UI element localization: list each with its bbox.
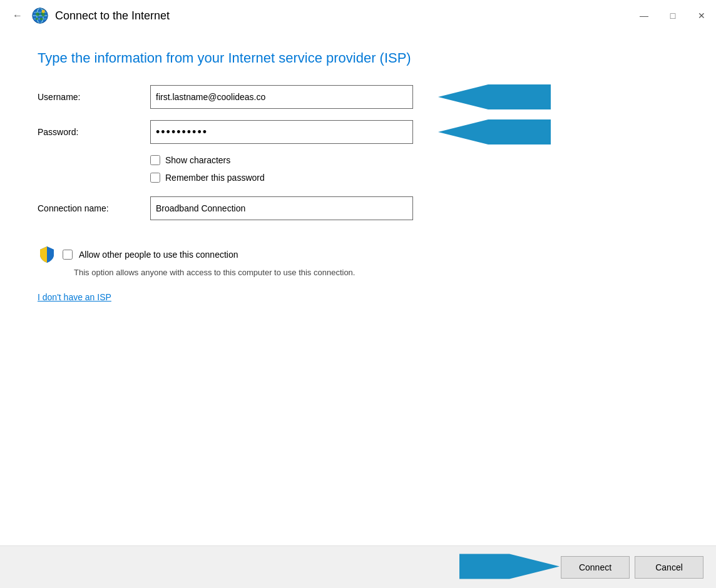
no-isp-link[interactable]: I don't have an ISP [38, 292, 111, 302]
allow-row: Allow other people to use this connectio… [38, 245, 678, 264]
allow-others-label: Allow other people to use this connectio… [79, 250, 238, 260]
cancel-button[interactable]: Cancel [635, 556, 703, 579]
show-characters-label: Show characters [165, 155, 230, 165]
username-input[interactable] [150, 85, 413, 109]
password-arrow [438, 116, 551, 148]
title-bar-controls: — □ ✕ [630, 0, 716, 31]
allow-others-checkbox[interactable] [63, 250, 73, 260]
show-characters-row: Show characters [150, 155, 678, 165]
close-button[interactable]: ✕ [687, 0, 716, 31]
svg-point-6 [42, 9, 45, 13]
back-button[interactable]: ← [10, 8, 25, 24]
connection-name-input-wrapper [150, 196, 413, 220]
title-bar-left: ← Connect to the Internet [10, 7, 170, 24]
content-area: Type the information from your Internet … [0, 31, 716, 545]
remember-password-checkbox[interactable] [150, 173, 160, 183]
remember-password-label: Remember this password [165, 173, 265, 183]
isp-heading: Type the information from your Internet … [38, 50, 678, 66]
username-row: Username: [38, 85, 678, 109]
password-input[interactable] [150, 120, 413, 144]
shield-icon [38, 245, 56, 264]
username-arrow [438, 81, 551, 113]
minimize-button[interactable]: — [630, 0, 658, 31]
svg-marker-9 [459, 554, 560, 579]
svg-marker-7 [438, 84, 551, 109]
password-label: Password: [38, 127, 150, 137]
password-input-wrapper [150, 120, 413, 144]
connection-name-input[interactable] [150, 196, 413, 220]
connect-button[interactable]: Connect [561, 556, 630, 579]
username-label: Username: [38, 92, 150, 102]
connect-arrow [459, 550, 560, 584]
connection-name-label: Connection name: [38, 203, 150, 213]
maximize-button[interactable]: □ [658, 0, 687, 31]
password-row: Password: [38, 120, 678, 144]
svg-marker-8 [438, 119, 551, 144]
allow-description: This option allows anyone with access to… [74, 268, 678, 277]
footer: Connect Cancel [0, 545, 716, 588]
connection-name-row: Connection name: [38, 196, 678, 220]
allow-section: Allow other people to use this connectio… [38, 245, 678, 277]
globe-icon [31, 7, 49, 24]
show-characters-checkbox[interactable] [150, 155, 160, 165]
window-title: Connect to the Internet [55, 9, 170, 23]
remember-password-row: Remember this password [150, 173, 678, 183]
title-bar: ← Connect to the Internet — □ [0, 0, 716, 31]
main-window: ← Connect to the Internet — □ [0, 0, 716, 588]
username-input-wrapper [150, 85, 413, 109]
